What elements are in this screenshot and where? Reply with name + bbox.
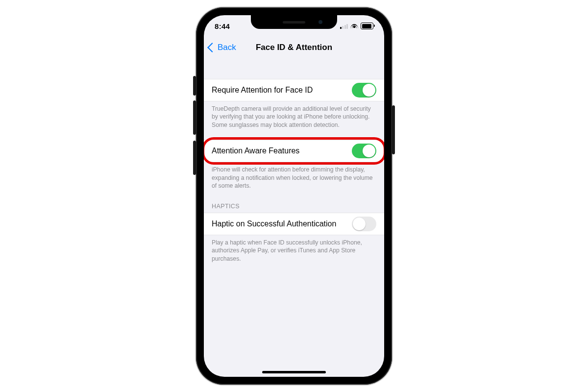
cellular-signal-icon — [340, 24, 348, 29]
row-haptic-auth[interactable]: Haptic on Successful Authentication — [204, 213, 384, 235]
volume-down-button — [193, 141, 196, 175]
earpiece — [283, 21, 305, 24]
front-camera — [318, 20, 322, 24]
iphone-frame: 8:44 Back Face ID & Attention — [196, 7, 392, 385]
group-footer: TrueDepth camera will provide an additio… — [204, 101, 384, 129]
row-label: Attention Aware Features — [212, 147, 299, 155]
volume-up-button — [193, 100, 196, 135]
toggle-haptic-auth[interactable] — [352, 217, 376, 231]
back-button[interactable]: Back — [209, 37, 236, 58]
group-header: HAPTICS — [204, 203, 384, 213]
toggle-require-attention[interactable] — [352, 83, 376, 98]
chevron-left-icon — [207, 43, 217, 52]
screen: 8:44 Back Face ID & Attention — [204, 15, 384, 377]
settings-group-aware: Attention Aware Features iPhone will che… — [204, 140, 384, 190]
settings-group-attention: Require Attention for Face ID TrueDepth … — [204, 79, 384, 129]
group-footer: iPhone will check for attention before d… — [204, 162, 384, 190]
settings-content: Require Attention for Face ID TrueDepth … — [204, 58, 384, 377]
row-label: Haptic on Successful Authentication — [212, 220, 336, 228]
navigation-bar: Back Face ID & Attention — [204, 37, 384, 58]
status-time: 8:44 — [215, 22, 230, 30]
row-label: Require Attention for Face ID — [212, 86, 313, 95]
home-indicator[interactable] — [262, 371, 326, 373]
settings-group-haptics: HAPTICS Haptic on Successful Authenticat… — [204, 203, 384, 263]
page-title: Face ID & Attention — [256, 43, 332, 52]
back-button-label: Back — [218, 43, 236, 52]
power-button — [392, 105, 395, 154]
group-footer: Play a haptic when Face ID successfully … — [204, 235, 384, 263]
row-attention-aware[interactable]: Attention Aware Features — [204, 140, 384, 162]
mute-switch — [193, 76, 196, 96]
battery-icon — [361, 23, 373, 29]
wifi-icon — [350, 23, 358, 29]
row-require-attention[interactable]: Require Attention for Face ID — [204, 79, 384, 101]
notch — [251, 15, 337, 29]
toggle-attention-aware[interactable] — [352, 144, 376, 158]
